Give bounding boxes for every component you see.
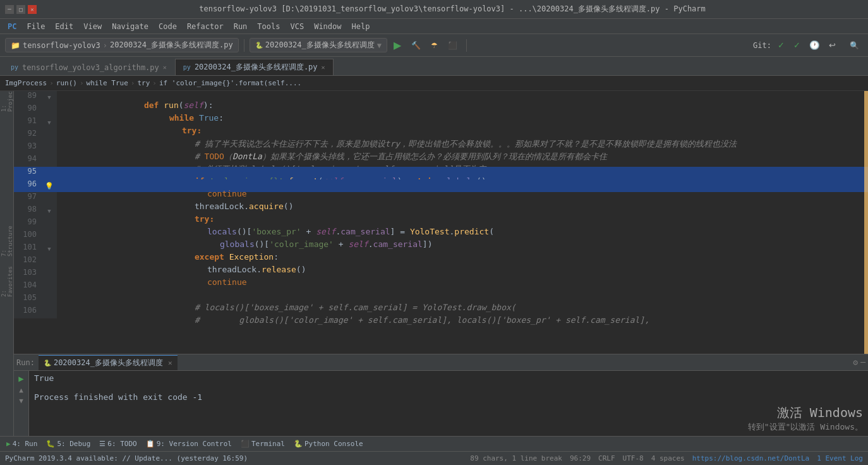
tab-algorithm[interactable]: py tensorflow_yolov3_algorithm.py ✕ — [3, 59, 175, 75]
menu-navigate[interactable]: Navigate — [107, 19, 154, 34]
stop-button[interactable]: ⬛ — [444, 39, 461, 52]
run-python-icon: 🐍 — [44, 359, 51, 366]
tab-main[interactable]: py 20200324_多摄像头多线程调度.py ✕ — [175, 59, 334, 75]
breadcrumb: ImgProcess › run() › while True › try › … — [0, 76, 868, 91]
menu-file[interactable]: File — [21, 19, 50, 34]
code-scroll-area[interactable]: 89 ▼ def run(self): 90 while True: — [14, 91, 868, 354]
code-editor[interactable]: 89 ▼ def run(self): 90 while True: — [14, 91, 868, 436]
status-event-log[interactable]: 1 Event Log — [817, 454, 863, 462]
menu-refactor[interactable]: Refactor — [182, 19, 229, 34]
close-button[interactable]: ✕ — [28, 5, 37, 14]
vcs-strip-icon: 📋 — [146, 440, 155, 448]
git-checkmark-1[interactable]: ✓ — [775, 39, 787, 51]
fold-98[interactable]: ▼ — [47, 208, 51, 214]
gutter-89: ▼ — [42, 91, 57, 104]
breadcrumb-if[interactable]: if 'color_image{}'.format(self.... — [159, 79, 301, 87]
status-encoding[interactable]: UTF-8 — [623, 454, 644, 462]
bottom-panel: Run: 🐍 20200324_多摄像头多线程调度 ✕ ⚙ ─ ▶ ▲ ▼ — [14, 354, 868, 436]
gutter-100 — [42, 230, 57, 243]
status-line-ending[interactable]: CRLF — [598, 454, 615, 462]
search-everywhere-button[interactable]: 🔍 — [846, 39, 863, 52]
breadcrumb-run[interactable]: run() — [56, 79, 77, 87]
settings-icon[interactable]: ⚙ — [853, 358, 858, 367]
menu-code[interactable]: Code — [154, 19, 182, 34]
status-position: 89 chars, 1 line break — [470, 454, 562, 462]
breadcrumb-try[interactable]: try — [137, 79, 150, 87]
tab-close-1[interactable]: ✕ — [163, 64, 167, 71]
fold-91[interactable]: ▼ — [47, 119, 51, 126]
project-path[interactable]: 📁 tensorflow-yolov3 › 20200324_多摄像头多线程调度… — [5, 38, 239, 52]
line-code-103: continue — [57, 268, 868, 281]
menu-tools[interactable]: Tools — [252, 19, 285, 34]
line-num-91: 91 — [14, 116, 42, 129]
todo-strip-icon: ☰ — [99, 440, 105, 448]
window-controls[interactable]: ─ □ ✕ — [5, 5, 37, 14]
build-button[interactable]: 🔨 — [407, 39, 425, 52]
run-config-dropdown[interactable]: 🐍 20200324_多摄像头多线程调度 ▼ — [250, 38, 387, 52]
strip-debug[interactable]: 🐛 5: Debug — [42, 438, 94, 449]
menu-pc[interactable]: PC — [3, 19, 21, 34]
fold-101[interactable]: ▼ — [47, 246, 51, 252]
breadcrumb-imgprocess[interactable]: ImgProcess — [5, 79, 47, 87]
bottom-strip: ▶ 4: Run 🐛 5: Debug ☰ 6: TODO 📋 9: Versi… — [0, 436, 868, 451]
status-indent[interactable]: 4 spaces — [651, 454, 685, 462]
strip-terminal[interactable]: ⬛ Terminal — [237, 438, 289, 449]
sidebar-project-icon[interactable]: 1: Project — [1, 94, 13, 106]
menu-run[interactable]: Run — [229, 19, 253, 34]
git-undo[interactable]: ↩ — [826, 39, 838, 51]
status-update[interactable]: PyCharm 2019.3.4 available: // Update...… — [5, 454, 248, 462]
coverage-button[interactable]: ☂ — [427, 39, 442, 52]
line-num-98: 98 — [14, 205, 42, 217]
code-line-89: 89 ▼ def run(self): — [14, 91, 868, 104]
run-up-btn[interactable]: ▲ — [19, 386, 23, 394]
windows-activate-area: 激活 Windows 转到"设置"以激活 Windows。 — [34, 404, 863, 433]
toolbar-sep-2 — [466, 39, 467, 52]
title-bar: ─ □ ✕ tensorflow-yolov3 [D:\20191031_ten… — [0, 0, 868, 19]
breadcrumb-sep-2: › — [80, 79, 84, 87]
line-code-104 — [57, 281, 868, 293]
breadcrumb-sep-3: › — [131, 79, 135, 87]
strip-vcs[interactable]: 📋 9: Version Control — [142, 438, 236, 449]
todo-strip-label: 6: TODO — [107, 440, 136, 448]
gutter-91: ▼ — [42, 116, 57, 129]
menu-help[interactable]: Help — [347, 19, 375, 34]
strip-todo[interactable]: ☰ 6: TODO — [95, 438, 140, 449]
debug-strip-icon: 🐛 — [46, 440, 55, 448]
git-clock[interactable]: 🕐 — [807, 39, 823, 51]
sidebar-favorites-icon[interactable]: 2: Favorites — [1, 275, 13, 288]
line-code-91: try: — [57, 116, 868, 129]
close-panel-icon[interactable]: ─ — [860, 358, 865, 367]
line-code-105: # locals()['boxes_image' + self.cam_seri… — [57, 293, 868, 306]
breadcrumb-while[interactable]: while True — [87, 79, 128, 87]
run-down-btn[interactable]: ▼ — [19, 397, 23, 405]
sidebar-structure-icon[interactable]: 7: Structure — [1, 235, 13, 248]
tab-close-2[interactable]: ✕ — [322, 64, 325, 71]
warning-stripe — [864, 91, 868, 354]
line-num-105: 105 — [14, 293, 42, 306]
maximize-button[interactable]: □ — [16, 5, 25, 14]
strip-python-console[interactable]: 🐍 Python Console — [290, 438, 367, 449]
fold-89[interactable]: ▼ — [47, 94, 51, 100]
code-line-102: 102 threadLock.release() — [14, 255, 868, 268]
gutter-101: ▼ — [42, 243, 57, 255]
menu-view[interactable]: View — [78, 19, 107, 34]
menu-window[interactable]: Window — [309, 19, 346, 34]
win-activate-line1: 激活 Windows — [34, 404, 863, 421]
run-tab-close[interactable]: ✕ — [168, 359, 172, 367]
line-num-93: 93 — [14, 142, 42, 154]
menu-vcs[interactable]: VCS — [285, 19, 309, 34]
minimize-button[interactable]: ─ — [5, 5, 14, 14]
gutter-104 — [42, 281, 57, 293]
strip-run[interactable]: ▶ 4: Run — [3, 438, 41, 449]
git-checkmark-2[interactable]: ✓ — [791, 39, 803, 51]
menu-edit[interactable]: Edit — [50, 19, 78, 34]
code-line-93: 93 # TODO（DontLa）如果某个摄像头掉线，它还一直占用锁怎么办？必须… — [14, 142, 868, 154]
line-num-94: 94 — [14, 154, 42, 167]
gutter-97 — [42, 192, 57, 205]
code-line-101: 101 ▼ except Exception: — [14, 243, 868, 255]
code-line-90: 90 while True: — [14, 104, 868, 116]
status-right: 89 chars, 1 line break 96:29 CRLF UTF-8 … — [470, 454, 863, 462]
run-button[interactable]: ▶ — [390, 37, 405, 53]
line-num-101: 101 — [14, 243, 42, 255]
run-play-btn[interactable]: ▶ — [18, 373, 23, 383]
